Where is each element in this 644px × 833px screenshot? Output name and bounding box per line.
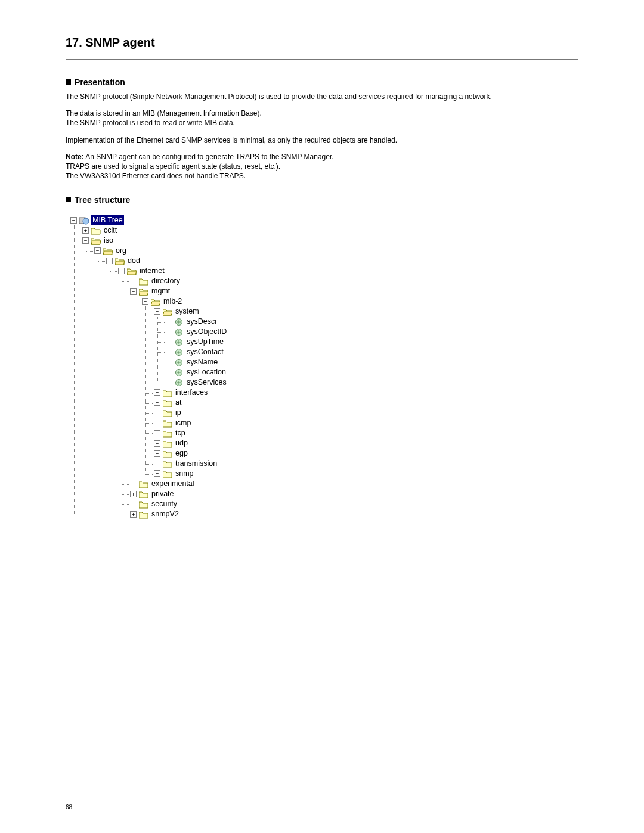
tree-node-system[interactable]: − system sy <box>154 306 578 388</box>
folder-closed-icon <box>163 389 172 397</box>
chapter-title: 17. SNMP agent <box>66 36 578 49</box>
expand-icon[interactable]: + <box>130 491 137 497</box>
expand-icon[interactable]: + <box>154 470 160 477</box>
tree-label[interactable]: sysObjectID <box>185 327 228 337</box>
expand-icon[interactable]: + <box>154 420 160 426</box>
expand-icon[interactable]: + <box>154 410 160 416</box>
tree-node-icmp[interactable]: +icmp <box>154 418 578 428</box>
expand-icon[interactable]: + <box>130 511 137 518</box>
tree-node-directory[interactable]: directory <box>130 276 578 286</box>
expand-icon[interactable]: + <box>154 430 160 436</box>
tree-label[interactable]: internet <box>138 266 166 276</box>
tree-node-mib2[interactable]: − mib-2 <box>142 296 578 479</box>
tree-node-root[interactable]: − MIB Tree + ccitt − <box>70 215 578 519</box>
expand-icon[interactable]: + <box>154 389 160 396</box>
tree-label[interactable]: mgmt <box>150 286 171 296</box>
collapse-icon[interactable]: − <box>106 258 113 264</box>
tree-node-mgmt[interactable]: − mgmt <box>130 286 578 479</box>
tree-label[interactable]: sysServices <box>185 377 228 388</box>
tree-leaf[interactable]: sysObjectID <box>166 327 578 337</box>
tree-label[interactable]: snmp <box>174 469 195 479</box>
tree-label[interactable]: sysUpTime <box>185 337 225 347</box>
tree-label[interactable]: sysDescr <box>185 317 218 327</box>
note-block: Note: An SNMP agent can be configured to… <box>66 152 578 181</box>
tree-label[interactable]: icmp <box>174 418 192 428</box>
tree-leaf[interactable]: sysContact <box>166 347 578 357</box>
note-line: An SNMP agent can be configured to gener… <box>84 153 334 161</box>
tree-leaf[interactable]: sysName <box>166 357 578 367</box>
tree-node-dod[interactable]: − dod − <box>106 256 578 519</box>
tree-node-org[interactable]: − org − dod <box>94 246 578 519</box>
tree-label[interactable]: sysContact <box>185 347 225 357</box>
mib-tree[interactable]: − MIB Tree + ccitt − <box>70 215 578 519</box>
expand-icon[interactable]: + <box>154 400 160 406</box>
tree-node-ccitt[interactable]: + ccitt <box>82 225 578 236</box>
tree-node-internet[interactable]: − internet <box>118 266 578 519</box>
tree-node-iso[interactable]: − iso − org <box>82 236 578 519</box>
tree-label[interactable]: interfaces <box>174 388 209 398</box>
tree-label[interactable]: experimental <box>150 479 196 489</box>
tree-label[interactable]: transmission <box>174 459 218 469</box>
tree-node-transmission[interactable]: transmission <box>154 459 578 469</box>
tree-label[interactable]: sysName <box>185 357 219 367</box>
tree-node-ip[interactable]: +ip <box>154 408 578 418</box>
folder-closed-icon <box>163 430 172 437</box>
tree-label[interactable]: directory <box>150 276 181 286</box>
folder-open-icon <box>91 237 100 244</box>
tree-label[interactable]: tcp <box>174 428 187 438</box>
tree-label[interactable]: system <box>174 306 200 317</box>
collapse-icon[interactable]: − <box>130 288 137 295</box>
collapse-icon[interactable]: − <box>94 247 101 254</box>
tree-node-private[interactable]: +private <box>130 489 578 499</box>
tree-node-at[interactable]: +at <box>154 398 578 408</box>
tree-label[interactable]: org <box>114 246 128 256</box>
tree-label[interactable]: udp <box>174 438 189 448</box>
tree-label[interactable]: security <box>150 499 178 509</box>
collapse-icon[interactable]: − <box>154 308 160 315</box>
collapse-icon[interactable]: − <box>142 298 148 305</box>
tree-leaf[interactable]: sysUpTime <box>166 337 578 347</box>
folder-closed-icon <box>91 227 100 234</box>
folder-closed-icon <box>139 501 148 508</box>
top-divider <box>66 59 578 60</box>
tree-node-snmp[interactable]: +snmp <box>154 469 578 479</box>
paragraph: The data is stored in an MIB (Management… <box>66 109 578 128</box>
tree-label[interactable]: MIB Tree <box>91 215 124 225</box>
section-heading-tree: Tree structure <box>66 195 578 205</box>
expand-icon[interactable]: + <box>154 450 160 457</box>
tree-label[interactable]: iso <box>103 236 114 246</box>
folder-closed-icon <box>163 470 172 478</box>
tree-node-interfaces[interactable]: +interfaces <box>154 388 578 398</box>
tree-label[interactable]: mib-2 <box>162 296 183 306</box>
paragraph: The SNMP protocol (Simple Network Manage… <box>66 92 578 101</box>
tree-label[interactable]: at <box>174 398 182 408</box>
tree-label[interactable]: egp <box>174 448 189 459</box>
leaf-icon <box>175 368 183 377</box>
tree-label[interactable]: ccitt <box>103 225 118 236</box>
collapse-icon[interactable]: − <box>82 237 89 244</box>
tree-label[interactable]: ip <box>174 408 182 418</box>
collapse-icon[interactable]: − <box>70 217 77 224</box>
folder-closed-icon <box>163 460 172 467</box>
note-line: TRAPS are used to signal a specific agen… <box>66 162 280 171</box>
collapse-icon[interactable]: − <box>118 268 125 274</box>
tree-node-experimental[interactable]: experimental <box>130 479 578 489</box>
tree-leaf[interactable]: sysServices <box>166 377 578 388</box>
tree-node-egp[interactable]: +egp <box>154 448 578 459</box>
tree-label[interactable]: sysLocation <box>185 367 227 377</box>
tree-node-tcp[interactable]: +tcp <box>154 428 578 438</box>
tree-label[interactable]: private <box>150 489 175 499</box>
tree-node-security[interactable]: security <box>130 499 578 509</box>
tree-node-udp[interactable]: +udp <box>154 438 578 448</box>
leaf-icon <box>175 379 183 387</box>
tree-label[interactable]: dod <box>126 256 141 266</box>
folder-closed-icon <box>163 420 172 427</box>
note-line: The VW3A3310d Ethernet card does not han… <box>66 172 246 180</box>
expand-icon[interactable]: + <box>82 227 89 234</box>
section-heading-presentation: Presentation <box>66 78 578 87</box>
expand-icon[interactable]: + <box>154 440 160 447</box>
tree-node-snmpv2[interactable]: +snmpV2 <box>130 509 578 519</box>
tree-leaf[interactable]: sysLocation <box>166 367 578 377</box>
tree-leaf[interactable]: sysDescr <box>166 317 578 327</box>
tree-label[interactable]: snmpV2 <box>150 509 180 519</box>
